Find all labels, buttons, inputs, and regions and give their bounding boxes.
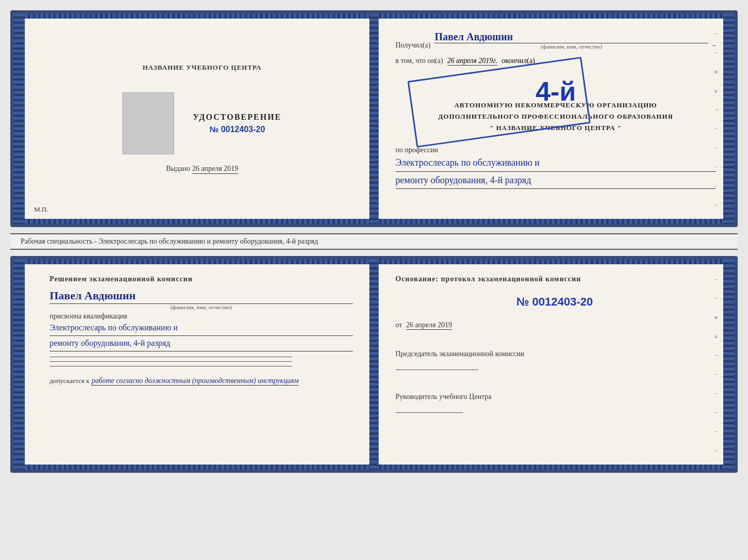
chairman-sig-line <box>396 370 478 370</box>
finished-label: окончил(а) <box>502 57 535 65</box>
qual-block: Электрослесарь по обслуживанию и ремонту… <box>50 321 353 351</box>
deco2-dash7: – <box>714 447 720 453</box>
middle-label: Рабочая специальность - Электрослесарь п… <box>10 233 738 250</box>
received-label: Получил(а) <box>396 41 431 50</box>
allows-label: допускается к <box>50 377 89 385</box>
cert-info: УДОСТОВЕРЕНИЕ № 0012403-20 <box>193 113 282 134</box>
qual-line1: Электрослесарь по обслуживанию и <box>50 321 353 336</box>
center-title: НАЗВАНИЕ УЧЕБНОГО ЦЕНТРА <box>143 63 262 72</box>
finished-date: 26 апреля 2019г. <box>447 57 497 66</box>
top-left-page: НАЗВАНИЕ УЧЕБНОГО ЦЕНТРА УДОСТОВЕРЕНИЕ №… <box>13 13 377 224</box>
deco-dash1: – <box>714 30 720 36</box>
org-text: АВТОНОМНУЮ НЕКОММЕРЧЕСКУЮ ОРГАНИЗАЦИЮ ДО… <box>396 100 716 134</box>
deco2-dash3: – <box>714 371 720 377</box>
top-right-page: Получил(а) Павел Авдюшин (фамилия, имя, … <box>377 13 735 224</box>
deco-dash6: – <box>714 182 720 188</box>
bottom-document: Решением экзаменационной комиссии Павел … <box>10 256 738 473</box>
fio-label-bottom: (фамилия, имя, отчество) <box>50 304 353 310</box>
deco2-arrow: ← <box>714 352 720 358</box>
deco2-i: и <box>714 314 720 320</box>
received-name-block: Павел Авдюшин (фамилия, имя, отчество) <box>434 31 708 50</box>
deco2-dash5: – <box>714 409 720 415</box>
right-stripes-top <box>723 13 735 224</box>
org-line2: ДОПОЛНИТЕЛЬНОГО ПРОФЕССИОНАЛЬНОГО ОБРАЗО… <box>396 111 716 122</box>
received-row: Получил(а) Павел Авдюшин (фамилия, имя, … <box>396 31 716 50</box>
from-date-row: от 26 апреля 2019 <box>396 321 714 329</box>
director-block: Руководитель учебного Центра <box>396 387 714 413</box>
person-name: Павел Авдюшин <box>50 289 353 304</box>
person-block: Павел Авдюшин (фамилия, имя, отчество) <box>50 289 353 310</box>
qual-line2: ремонту оборудования, 4-й разряд <box>50 336 353 351</box>
deco-a: а <box>714 87 720 93</box>
bottom-left-page: Решением экзаменационной комиссии Павел … <box>13 259 375 470</box>
deco-arrow: ← <box>714 106 720 113</box>
protocol-number: № 0012403-20 <box>396 295 714 309</box>
deco2-dash1: – <box>714 276 720 282</box>
mp-label: М.П. <box>34 205 48 214</box>
deco-dash5: – <box>714 163 720 169</box>
issued-label: Выдано <box>166 165 190 173</box>
middle-label-text: Рабочая специальность - Электрослесарь п… <box>21 237 318 245</box>
fio-label-top: (фамилия, имя, отчество) <box>434 43 708 50</box>
left-stripes <box>13 13 25 224</box>
photo-placeholder <box>122 92 174 154</box>
deco-dash2: – <box>714 49 720 55</box>
right-stripes-bottom <box>723 259 735 470</box>
bottom-left-stripes <box>13 259 25 470</box>
profession-block: по профессии Электрослесарь по обслужива… <box>396 146 716 189</box>
top-document: НАЗВАНИЕ УЧЕБНОГО ЦЕНТРА УДОСТОВЕРЕНИЕ №… <box>10 10 738 227</box>
from-label: от <box>396 321 402 329</box>
org-line1: АВТОНОМНУЮ НЕКОММЕРЧЕСКУЮ ОРГАНИЗАЦИЮ <box>396 100 716 111</box>
left-inner: НАЗВАНИЕ УЧЕБНОГО ЦЕНТРА УДОСТОВЕРЕНИЕ №… <box>122 29 282 209</box>
deco2-dash4: – <box>714 390 720 396</box>
org-block: 4-й АВТОНОМНУЮ НЕКОММЕРЧЕСКУЮ ОРГАНИЗАЦИ… <box>396 73 716 139</box>
bottom-right-deco: – – и а ← – – – – – <box>714 269 720 459</box>
issued-date: 26 апреля 2019 <box>192 165 238 174</box>
sig-line-1 <box>50 357 292 357</box>
deco-dash7: – <box>714 201 720 207</box>
deco2-a: а <box>714 333 720 339</box>
from-date-value: 26 апреля 2019 <box>406 321 452 330</box>
bottom-left-content: Решением экзаменационной комиссии Павел … <box>50 274 353 386</box>
chairman-block: Председатель экзаменационной комиссии <box>396 344 714 370</box>
received-name: Павел Авдюшин <box>434 31 708 43</box>
commission-title: Решением экзаменационной комиссии <box>50 274 353 285</box>
basis-title: Основание: протокол экзаменационной коми… <box>396 274 714 285</box>
sig-line-3 <box>50 366 292 366</box>
issued-row: Выдано 26 апреля 2019 <box>166 165 238 174</box>
allows-row: допускается к работе согласно должностны… <box>50 374 353 386</box>
assigned-label: присвоена квалификация <box>50 312 353 321</box>
allows-value: работе согласно должностным (производств… <box>91 377 299 386</box>
photo-cert-row: УДОСТОВЕРЕНИЕ № 0012403-20 <box>122 92 282 154</box>
bottom-spine <box>369 259 379 470</box>
deco2-dash2: – <box>714 295 720 301</box>
chairman-label: Председатель экзаменационной комиссии <box>396 349 714 359</box>
deco2-dash6: – <box>714 428 720 434</box>
spine <box>369 13 379 224</box>
profession-label: по профессии <box>396 146 716 154</box>
sig-line-2 <box>50 361 292 362</box>
director-sig-line <box>396 412 463 413</box>
profession-line2: ремонту оборудования, 4-й разряд <box>396 172 716 189</box>
deco-dash3: – <box>714 125 720 131</box>
deco-i: и <box>714 68 720 74</box>
in-that-label: в том, что он(а) <box>396 57 443 65</box>
director-label: Руководитель учебного Центра <box>396 392 714 402</box>
cert-number: № 0012403-20 <box>209 125 265 134</box>
in-that-row: в том, что он(а) 26 апреля 2019г. окончи… <box>396 57 716 66</box>
page-wrapper: НАЗВАНИЕ УЧЕБНОГО ЦЕНТРА УДОСТОВЕРЕНИЕ №… <box>10 10 738 473</box>
deco-dash4: – <box>714 144 720 150</box>
right-deco: – – и а ← – – – – – <box>714 24 720 214</box>
profession-line1: Электрослесарь по обслуживанию и <box>396 154 716 171</box>
bottom-right-page: Основание: протокол экзаменационной коми… <box>375 259 735 470</box>
cert-title: УДОСТОВЕРЕНИЕ <box>193 113 282 122</box>
org-line3: " НАЗВАНИЕ УЧЕБНОГО ЦЕНТРА " <box>396 122 716 134</box>
